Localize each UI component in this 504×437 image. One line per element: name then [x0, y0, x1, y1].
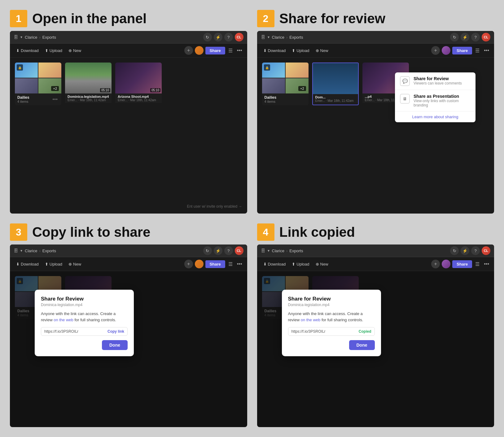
download-button[interactable]: ⬇ Download: [14, 47, 41, 54]
done-button-3[interactable]: Done: [102, 340, 128, 350]
lightning-button-2[interactable]: ⚡: [461, 33, 469, 41]
modal-title-4: Share for Review: [288, 296, 375, 302]
breadcrumb-root-4[interactable]: Clarice: [272, 249, 284, 253]
video-info-selected: Dom... Emer... · Mar 18th, 11:42am: [313, 94, 358, 104]
upload-button-4[interactable]: ⬆ Upload: [289, 261, 312, 268]
lightning-button-3[interactable]: ⚡: [214, 246, 222, 255]
upload-icon-2: ⬆: [292, 48, 295, 53]
help-button[interactable]: ?: [224, 33, 233, 41]
share-modal-3: Share for Review Dominica-legislation.mp…: [35, 290, 134, 356]
new-button[interactable]: ⊕ New: [66, 47, 84, 54]
dropdown-share-review[interactable]: 💬 Share for Review Viewers can leave com…: [395, 72, 476, 90]
new-button-3[interactable]: ⊕ New: [66, 261, 84, 268]
add-person-button-4[interactable]: +: [431, 260, 440, 268]
upload-icon-3: ⬆: [45, 262, 48, 266]
step-title-4: Link copied: [279, 224, 355, 240]
titlebar-actions-4: ↻ ⚡ ? CL: [450, 246, 490, 255]
refresh-button-3[interactable]: ↻: [203, 246, 212, 255]
add-person-button-3[interactable]: +: [184, 260, 193, 268]
help-button-3[interactable]: ?: [224, 246, 233, 255]
video-meta-selected: Emer... · Mar 18th, 11:42am: [315, 99, 356, 102]
plus-icon-3: ⊕: [68, 262, 72, 266]
quadrant-2: 2 Share for review 🗄 ▾ Clarice › Exports…: [252, 5, 499, 218]
step-title-2: Share for review: [279, 11, 385, 26]
step-header-4: 4 Link copied: [257, 223, 494, 241]
breadcrumb-root-2[interactable]: Clarice: [272, 35, 284, 40]
upload-button-3[interactable]: ⬆ Upload: [42, 261, 65, 268]
list-view-button-4[interactable]: ☰: [474, 261, 481, 268]
list-view-button[interactable]: ☰: [227, 47, 234, 54]
add-person-button[interactable]: +: [184, 46, 193, 55]
help-button-4[interactable]: ?: [471, 246, 480, 255]
copied-button-4[interactable]: Copied: [359, 329, 371, 334]
share-button-3[interactable]: Share: [205, 260, 225, 268]
learn-more-link[interactable]: Learn more about sharing: [395, 111, 476, 122]
step-title-3: Copy link to share: [32, 224, 150, 240]
folder-card-dailies-2[interactable]: 🔒 +2 Dailies 4 items: [262, 63, 309, 105]
breadcrumb-root[interactable]: Clarice: [25, 35, 37, 40]
video-card-2[interactable]: 05:10 Arizona Shoot.mp4 Emer... · Mar 18…: [115, 63, 162, 105]
breadcrumb-current-3[interactable]: Exports: [42, 249, 56, 253]
breadcrumb-current-2[interactable]: Exports: [289, 35, 303, 40]
storage-icon: 🗄: [14, 35, 18, 40]
breadcrumb-current[interactable]: Exports: [42, 35, 56, 40]
refresh-button-4[interactable]: ↻: [450, 246, 459, 255]
content-area-1: 🔒 +2 Dailies 4 items •••: [10, 58, 247, 214]
share-button-1[interactable]: Share: [205, 47, 225, 54]
dropdown-arrow[interactable]: ▾: [20, 35, 22, 39]
share-button-4[interactable]: Share: [452, 260, 472, 268]
web-link-4[interactable]: on the web: [301, 318, 321, 322]
folder-more-button[interactable]: •••: [51, 96, 59, 103]
toolbar-right-4: + Share ☰ •••: [431, 260, 490, 268]
toolbar-right-2: + Share ☰ •••: [431, 46, 490, 55]
folder-card-dailies[interactable]: 🔒 +2 Dailies 4 items •••: [15, 63, 61, 105]
download-button-3[interactable]: ⬇ Download: [14, 261, 41, 268]
upload-button-2[interactable]: ⬆ Upload: [289, 47, 312, 54]
video-thumb-2: 05:10: [115, 63, 162, 93]
add-person-button-2[interactable]: +: [431, 46, 440, 55]
modal-url-text-4: https://f.io/3PSROILr: [291, 329, 356, 334]
dropdown-presentation-text: Share as Presentation View-only links wi…: [414, 94, 471, 107]
refresh-button[interactable]: ↻: [203, 33, 212, 41]
video-duration-1: 05:10: [100, 88, 110, 92]
lightning-button-4[interactable]: ⚡: [461, 246, 469, 255]
breadcrumb-3: Clarice › Exports: [25, 249, 201, 253]
breadcrumb-current-4[interactable]: Exports: [289, 249, 303, 253]
upload-button[interactable]: ⬆ Upload: [42, 47, 65, 54]
download-button-4[interactable]: ⬇ Download: [261, 261, 288, 268]
more-button-3[interactable]: •••: [236, 261, 243, 267]
modal-footer-3: Done: [41, 340, 128, 350]
video-card-1[interactable]: 05:10 Dominica-legislation.mp4 Emer... ·…: [65, 63, 112, 105]
download-button-2[interactable]: ⬇ Download: [261, 47, 288, 54]
content-area-2: 🔒 +2 Dailies 4 items: [257, 58, 494, 214]
share-button-2[interactable]: Share: [452, 47, 472, 54]
titlebar-actions-3: ↻ ⚡ ? CL: [203, 246, 243, 255]
modal-subtitle-3: Dominica-legislation.mp4: [41, 303, 128, 307]
breadcrumb-root-3[interactable]: Clarice: [25, 249, 37, 253]
web-link-3[interactable]: on the web: [54, 318, 73, 322]
lightning-button[interactable]: ⚡: [214, 33, 222, 41]
footer-hint-1: Ent user w/ invite only enabled →: [187, 204, 242, 209]
help-button-2[interactable]: ?: [471, 33, 480, 41]
list-view-button-3[interactable]: ☰: [227, 261, 234, 268]
plus-icon-4: ⊕: [316, 262, 319, 266]
list-view-button-2[interactable]: ☰: [474, 47, 481, 54]
share-dropdown: 💬 Share for Review Viewers can leave com…: [395, 72, 476, 122]
new-button-2[interactable]: ⊕ New: [313, 47, 331, 54]
new-button-4[interactable]: ⊕ New: [313, 261, 331, 268]
dropdown-share-presentation[interactable]: 🖥 Share as Presentation View-only links …: [395, 90, 476, 111]
more-button-2[interactable]: •••: [483, 47, 490, 54]
done-button-4[interactable]: Done: [349, 340, 375, 350]
more-button[interactable]: •••: [236, 47, 243, 54]
folder-info-2: Dailies 4 items: [262, 93, 309, 105]
copy-link-button-3[interactable]: Copy link: [107, 329, 124, 334]
video-card-selected[interactable]: Dom... Emer... · Mar 18th, 11:42am: [312, 63, 359, 105]
toolbar-3: ⬇ Download ⬆ Upload ⊕ New + Share ☰ •••: [10, 257, 247, 271]
dropdown-arrow-2[interactable]: ▾: [268, 35, 270, 39]
storage-icon-4: 🗄: [261, 248, 265, 253]
download-icon-2: ⬇: [263, 48, 267, 53]
user-avatar: CL: [235, 33, 243, 41]
video-info-2: Arizona Shoot.mp4 Emer... · Mar 18th, 11…: [115, 93, 162, 103]
more-button-4[interactable]: •••: [483, 261, 490, 267]
refresh-button-2[interactable]: ↻: [450, 33, 459, 41]
